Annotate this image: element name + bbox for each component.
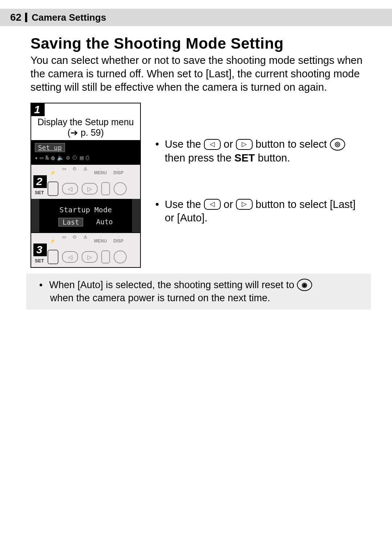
bullet-dot: • (155, 138, 165, 165)
setup-tab: Set up (35, 143, 65, 152)
set-label: SET (35, 258, 44, 263)
timer-icon: ⏲ (73, 166, 77, 175)
step1-text-b: (➔ p. 59) (35, 127, 136, 138)
option-last[interactable]: Last (58, 218, 83, 226)
step-number-2: 2 (33, 175, 47, 188)
set-button[interactable] (48, 181, 58, 196)
steps-column: 1 Display the Setup menu (➔ p. 59) Set u… (30, 103, 141, 268)
left-button[interactable]: ◁ (62, 251, 78, 263)
warn-icon: ⚠ (83, 234, 87, 244)
camera-ring-icon: ◎ (330, 138, 345, 151)
menu-button[interactable] (101, 182, 110, 195)
b1-d: then press the (165, 152, 234, 164)
menu-label: MENU (94, 234, 107, 244)
timer-icon: ⏲ (72, 154, 78, 161)
step-1: 1 Display the Setup menu (➔ p. 59) Set u… (31, 103, 140, 165)
step-number-1: 1 (31, 103, 45, 116)
lcd-icon: ▭ (40, 154, 44, 161)
disp-label: DISP (113, 234, 123, 244)
page-title: Saving the Shooting Mode Setting (30, 35, 367, 52)
timer-icon: ⏲ (73, 234, 77, 244)
right-arrow-icon: ▷ (236, 139, 253, 150)
set-label: SET (35, 190, 44, 195)
b1-c: button to select (256, 138, 330, 150)
num-icon: № (45, 154, 49, 161)
step-2: ⚡ ▭ ⏲ ⚠ MENU DISP 2 SET ◁ ▷ (31, 165, 140, 233)
startup-mode-screen: Startup Mode Last Auto (31, 199, 140, 232)
lcd-icon: ▭ (62, 234, 66, 244)
bullet-dot: • (155, 198, 165, 225)
left-button[interactable]: ◁ (62, 183, 78, 195)
printer-icon: ⎙ (86, 154, 89, 161)
b1-a: Use the (165, 138, 204, 150)
camera-icon: ◉ (297, 279, 312, 291)
flash-icon: ⚡ (50, 234, 56, 244)
header-divider (25, 13, 27, 22)
set-label-inline: SET (234, 152, 255, 164)
bullet-1: • Use the ◁ or ▷ button to select ◎ then… (155, 138, 367, 165)
page-header: 62 Camera Settings (0, 9, 392, 26)
note-box: • When [Auto] is selected, the shooting … (26, 274, 371, 310)
speaker-icon: 🔈 (57, 154, 64, 161)
setup-screen: Set up ◂ ▭ № ◎ 🔈 ⚙ ⏲ ▤ ⎙ (31, 140, 140, 164)
camera-icon: ◎ (51, 154, 55, 161)
note-a: When [Auto] is selected, the shooting se… (49, 279, 297, 290)
setup-icon-row: ◂ ▭ № ◎ 🔈 ⚙ ⏲ ▤ ⎙ (31, 152, 140, 161)
b2-b: or (224, 199, 236, 210)
menu-button[interactable] (101, 250, 110, 263)
note-b: when the camera power is turned on the n… (48, 293, 270, 303)
set-button[interactable] (48, 250, 58, 264)
b1-b: or (224, 138, 236, 150)
nav-left-icon: ◂ (34, 154, 38, 161)
right-button[interactable]: ▷ (82, 183, 98, 195)
disp-button[interactable] (114, 250, 127, 263)
left-arrow-icon: ◁ (204, 199, 221, 210)
lcd-icon: ▭ (62, 166, 66, 175)
warn-icon: ⚠ (83, 166, 87, 175)
startup-title: Startup Mode (31, 205, 140, 214)
left-arrow-icon: ◁ (204, 139, 221, 150)
misc-icon: ▤ (80, 154, 83, 161)
disp-label: DISP (113, 166, 123, 175)
right-button[interactable]: ▷ (82, 251, 98, 263)
disp-button[interactable] (114, 182, 127, 195)
bullet-2: • Use the ◁ or ▷ button to select [Last]… (155, 198, 367, 225)
bullet-dot: • (39, 279, 46, 291)
gear-icon: ⚙ (66, 154, 70, 161)
option-auto[interactable]: Auto (96, 218, 113, 226)
menu-label: MENU (94, 166, 107, 175)
step-3: ⚡ ▭ ⏲ ⚠ MENU DISP 3 SET ◁ ▷ (31, 233, 140, 268)
step1-text-a: Display the Setup menu (35, 117, 136, 127)
b1-e: button. (255, 152, 290, 164)
b2-a: Use the (165, 199, 204, 210)
intro-paragraph: You can select whether or not to save th… (30, 54, 367, 94)
step-number-3: 3 (33, 244, 47, 256)
page-number: 62 (10, 12, 21, 23)
instruction-bullets: • Use the ◁ or ▷ button to select ◎ then… (155, 103, 367, 268)
section-label: Camera Settings (32, 12, 106, 23)
flash-icon: ⚡ (50, 166, 56, 175)
right-arrow-icon: ▷ (236, 199, 253, 210)
